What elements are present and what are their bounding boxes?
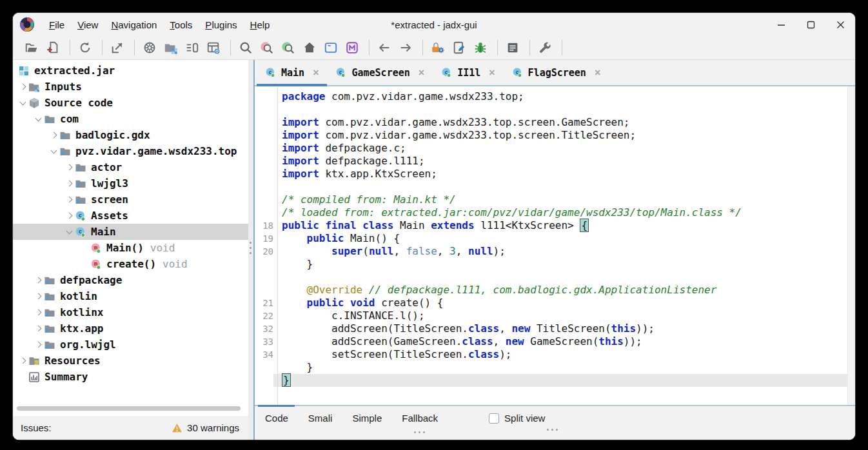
forward-button[interactable]	[396, 39, 415, 57]
menu-plugins[interactable]: Plugins	[199, 17, 243, 33]
class-search-button[interactable]	[257, 39, 277, 57]
vertical-scrollbar[interactable]	[847, 86, 855, 405]
tree-item-lwjgl3[interactable]: lwjgl3	[13, 175, 248, 191]
chevron-right-icon[interactable]	[64, 162, 75, 173]
tree-item-extracted-jar[interactable]: extracted.jar	[13, 63, 248, 79]
tab-flagscreen[interactable]: cFlagScreen	[504, 60, 609, 85]
tree-item-ktx-app[interactable]: ktx.app	[13, 320, 248, 337]
code-line: @Override // defpackage.l111, com.badlog…	[255, 284, 855, 297]
new-window-button[interactable]	[321, 39, 340, 57]
chevron-down-icon[interactable]	[64, 227, 75, 237]
maximize-button[interactable]	[796, 13, 825, 36]
menu-help[interactable]: Help	[244, 17, 277, 33]
line-number: 34	[255, 348, 273, 361]
minimize-button[interactable]	[766, 13, 796, 36]
main-activity-button[interactable]	[300, 39, 319, 57]
tree-item-assets[interactable]: cAssets	[13, 208, 248, 224]
compass-button[interactable]	[140, 39, 159, 57]
preferences-button[interactable]	[535, 39, 555, 57]
tree-item-defpackage[interactable]: defpackage	[13, 272, 248, 288]
comment-search-button[interactable]	[279, 39, 298, 57]
mappings-button[interactable]	[342, 39, 362, 57]
menu-navigation[interactable]: Navigation	[104, 17, 163, 33]
tree-item-pvz-vidar-game-wsdx233-top[interactable]: pvz.vidar.game.wsdx233.top	[13, 143, 248, 159]
line-number	[255, 361, 273, 374]
panel-grip-icon[interactable]	[414, 431, 425, 433]
chevron-right-icon[interactable]	[49, 130, 59, 141]
close-button[interactable]	[825, 13, 855, 36]
tree-item-label: kotlinx	[60, 306, 103, 318]
panel-grip-icon[interactable]	[547, 429, 558, 431]
toolbar-separator	[422, 40, 423, 55]
tree-item-main[interactable]: cMain	[13, 224, 248, 240]
warnings-indicator[interactable]: 30 warnings	[172, 422, 241, 433]
table-view-button[interactable]	[204, 39, 223, 57]
chevron-down-icon[interactable]	[18, 98, 28, 108]
toolbar-separator	[70, 40, 70, 55]
line-number	[255, 142, 273, 155]
tab-gamescreen[interactable]: cGameScreen	[327, 60, 433, 85]
chevron-right-icon[interactable]	[34, 308, 44, 318]
tree-item-org-lwjgl[interactable]: org.lwjgl	[13, 337, 248, 353]
chevron-right-icon[interactable]	[18, 82, 28, 92]
main-activity-icon	[302, 41, 317, 55]
chevron-right-icon[interactable]	[64, 195, 75, 205]
tree-item-kotlin[interactable]: kotlin	[13, 288, 248, 304]
tree-item-main[interactable]: mMain()void	[13, 240, 248, 256]
chevron-down-icon[interactable]	[49, 146, 59, 157]
tab-ii1l[interactable]: cII1l	[433, 60, 503, 85]
add-files-button[interactable]	[43, 39, 63, 57]
tree-item-create[interactable]: mcreate()void	[13, 256, 248, 272]
tree-item-source-code[interactable]: Source code	[13, 95, 248, 111]
flat-list-button[interactable]	[182, 39, 202, 57]
chevron-right-icon[interactable]	[34, 275, 44, 286]
tree-item-com[interactable]: com	[13, 111, 248, 127]
chevron-right-icon[interactable]	[34, 324, 44, 334]
deobfuscation-button[interactable]	[428, 39, 448, 57]
log-viewer-button[interactable]	[503, 39, 522, 57]
chevron-right-icon[interactable]	[34, 340, 44, 350]
chevron-right-icon[interactable]	[64, 211, 75, 221]
toolbar-separator	[134, 40, 135, 55]
code-editor[interactable]: package com.pvz.vidar.game.wsdx233.top;i…	[255, 86, 855, 405]
tab-close-icon[interactable]	[489, 67, 495, 79]
back-button[interactable]	[375, 39, 394, 57]
chevron-right-icon[interactable]	[18, 356, 28, 366]
tree-item-badlogic-gdx[interactable]: badlogic.gdx	[13, 127, 248, 143]
menu-view[interactable]: View	[71, 17, 104, 33]
menu-tools[interactable]: Tools	[163, 17, 199, 33]
tree-item-label: create()	[106, 258, 156, 270]
tab-main[interactable]: cMain	[257, 60, 327, 85]
chevron-right-icon[interactable]	[34, 291, 44, 302]
bottom-tab-fallback[interactable]: Fallback	[402, 413, 438, 424]
bottom-tab-smali[interactable]: Smali	[308, 413, 333, 424]
toolbar-separator	[562, 40, 562, 55]
line-number	[255, 155, 273, 168]
tab-close-icon[interactable]	[595, 67, 600, 79]
text-search-button[interactable]	[236, 39, 255, 57]
tree-item-kotlinx[interactable]: kotlinx	[13, 304, 248, 320]
tree-item-screen[interactable]: screen	[13, 191, 248, 208]
tree-item-inputs[interactable]: Inputs	[13, 79, 248, 95]
reload-button[interactable]	[75, 39, 95, 57]
quark-report-button[interactable]	[449, 39, 469, 57]
menu-file[interactable]: File	[43, 17, 71, 33]
panel-splitter[interactable]	[248, 60, 253, 440]
title-bar[interactable]: *extracted - jadx-gui FileViewNavigation…	[13, 13, 855, 36]
export-button[interactable]	[108, 39, 127, 57]
tab-close-icon[interactable]	[419, 67, 424, 79]
tree-item-resources[interactable]: Resources	[13, 353, 248, 369]
bottom-tab-simple[interactable]: Simple	[352, 413, 382, 424]
flat-packages-button[interactable]	[161, 39, 181, 57]
chevron-right-icon[interactable]	[64, 179, 75, 189]
horizontal-scrollbar-thumb[interactable]	[17, 406, 241, 411]
open-file-button[interactable]	[22, 39, 41, 57]
tab-close-icon[interactable]	[313, 67, 319, 79]
code-text: import defpackage.l111;	[273, 155, 855, 168]
tree-item-actor[interactable]: actor	[13, 159, 248, 175]
split-view-checkbox[interactable]	[489, 413, 499, 424]
debugger-button[interactable]	[471, 39, 490, 57]
bottom-tab-code[interactable]: Code	[265, 413, 288, 424]
chevron-down-icon[interactable]	[34, 114, 44, 124]
tree-item-summary[interactable]: Summary	[13, 369, 248, 385]
